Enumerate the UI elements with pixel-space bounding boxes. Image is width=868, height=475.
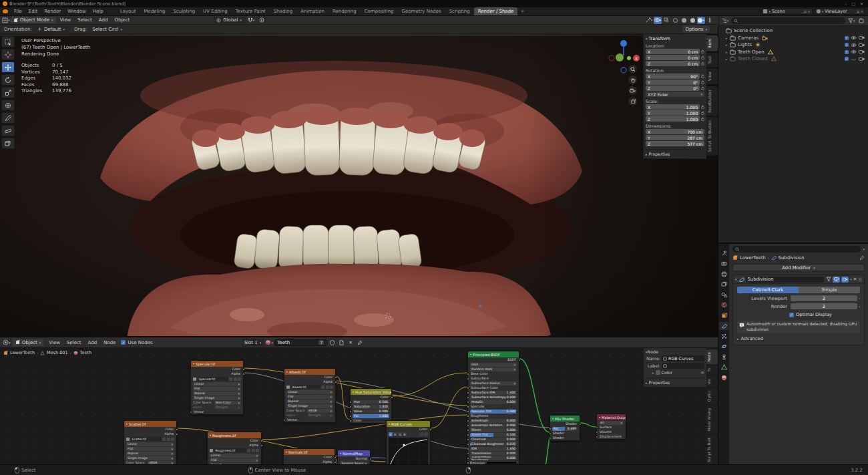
dropdown-non-color[interactable]: Non-Color▾ [214, 401, 241, 405]
properties-tab-scene[interactable] [719, 291, 728, 299]
slider-hue[interactable]: Hue0.500 [353, 400, 389, 404]
dropdown-straight[interactable]: Straight▾ [214, 406, 241, 410]
properties-tab-output[interactable] [719, 270, 728, 278]
image-button[interactable] [256, 449, 259, 452]
shader-type-selector[interactable]: Object ▾ [13, 339, 43, 346]
measure-tool[interactable] [1, 125, 15, 136]
breadcrumb-mesh[interactable]: Mesh.001 [47, 350, 68, 355]
pan-hand-icon[interactable] [628, 75, 637, 84]
node-menu-add[interactable]: Add [85, 340, 101, 345]
curve-tool-button[interactable] [419, 432, 423, 436]
dropdown-single-image[interactable]: Single Image▾ [126, 456, 174, 460]
socket-subsurface-color[interactable]: Subsurface Color [468, 385, 519, 390]
new-collection-icon[interactable] [857, 17, 865, 25]
subdivision-type-catmull-clark[interactable]: Catmull-Clark [737, 287, 799, 293]
properties-tab-tool[interactable] [719, 249, 728, 257]
shading-material-icon[interactable] [688, 17, 696, 24]
outliner-row-teeth-open[interactable]: ▸Teeth Open✓ [718, 49, 868, 56]
dropdown-flat[interactable]: Flat▾ [210, 458, 259, 462]
menu-file[interactable]: File [11, 9, 25, 14]
outliner-search-input[interactable] [731, 17, 845, 24]
workspace-tab-compositing[interactable]: Compositing [361, 7, 398, 15]
node-tab-script-to-butt[interactable]: Script To Butt [706, 435, 718, 465]
node-specular-tif[interactable]: ▾Specular.tifColorAlphaSpecular.tifLinea… [190, 360, 244, 415]
curve-channel-c[interactable]: C [389, 432, 393, 436]
rotation-z-field[interactable]: Z0° [646, 86, 700, 91]
scale-z-field[interactable]: Z1.000 [646, 116, 700, 122]
slider-subsurface-anisotropy[interactable]: Subsurface Anisotropy0.000 [470, 395, 517, 400]
optimal-display-checkbox[interactable]: ✓ [789, 313, 794, 317]
node-label-field[interactable] [662, 363, 704, 369]
use-nodes-checkbox[interactable]: ✓ [121, 340, 126, 345]
xray-toggle-icon[interactable] [662, 17, 670, 24]
socket-alpha[interactable]: Alpha [284, 379, 335, 384]
selectable-checkbox[interactable]: ✓ [845, 50, 849, 54]
socket-alpha[interactable]: Alpha [191, 371, 243, 376]
curve-channel-r[interactable]: R [393, 432, 397, 436]
outliner-row-scene-collection[interactable]: Scene Collection [718, 27, 868, 35]
outliner-row-lights[interactable]: ▸Lights✓ [718, 41, 868, 49]
properties-tab-physics[interactable] [719, 343, 728, 351]
lock-icon[interactable] [701, 61, 704, 65]
menu-edit[interactable]: Edit [25, 9, 41, 14]
sidebar-tab-item[interactable]: Item [706, 35, 718, 51]
lock-icon[interactable] [701, 105, 704, 109]
image-name-field[interactable]: Albedo.tif [291, 385, 320, 389]
node-properties-section[interactable]: ▸Properties [646, 377, 704, 385]
socket-subsurface[interactable]: Subsurface [468, 376, 519, 381]
properties-tab-viewlayer[interactable] [719, 281, 728, 289]
properties-tab-data[interactable] [719, 363, 728, 371]
breadcrumb-object[interactable]: LowerTeeth [10, 350, 35, 355]
sidebar-tab-script-to-button[interactable]: Script To Button [706, 117, 718, 156]
render-visibility-icon[interactable] [859, 49, 865, 54]
outliner-row-cameras[interactable]: ▸Cameras✓ [718, 35, 868, 42]
socket-color[interactable]: Color [124, 427, 176, 432]
dropdown-ggx[interactable]: GGX▾ [470, 363, 517, 367]
rotation-y-field[interactable]: Y0° [646, 80, 700, 85]
dropdown-single-image[interactable]: Single Image▾ [286, 404, 333, 408]
node-rgb-curves[interactable]: ▾RGB CurvesColorCRGB [386, 420, 431, 464]
properties-tab-world[interactable] [719, 301, 728, 309]
socket-surface[interactable]: Surface [597, 425, 626, 430]
lock-icon[interactable] [701, 86, 704, 90]
curve-channel-b[interactable]: B [403, 432, 407, 436]
dropdown-linear[interactable]: Linear▾ [193, 382, 241, 386]
material-users-count[interactable]: 7 [318, 340, 324, 345]
visibility-eye-icon[interactable] [851, 49, 857, 54]
fake-user-shield-icon[interactable] [328, 339, 336, 346]
workspace-tab-layout[interactable]: Layout [116, 7, 140, 15]
workspace-tab-modeling[interactable]: Modeling [140, 7, 170, 15]
socket-color[interactable]: Color [284, 375, 335, 379]
socket-color[interactable]: Color [208, 438, 261, 443]
move-tool[interactable] [1, 61, 15, 73]
visibility-eye-icon[interactable] [851, 43, 857, 47]
maximize-button[interactable]: ▢ [851, 1, 855, 6]
dimension-z-field[interactable]: Z577 cm [646, 141, 704, 146]
snap-magnet-icon[interactable]: ▾ [247, 17, 255, 24]
scale-y-field[interactable]: Y1.000 [646, 110, 700, 116]
unlink-material-icon[interactable]: ✕ [347, 339, 355, 346]
pin-icon[interactable] [859, 255, 865, 261]
socket-specular[interactable]: Specular [468, 404, 519, 409]
node-material-output[interactable]: ▾Material OutputAll▾SurfaceVolumeDisplac… [596, 414, 626, 440]
options-button[interactable]: Options ▾ [682, 25, 710, 33]
lock-icon[interactable] [701, 117, 704, 121]
dropdown-repeat[interactable]: Repeat▾ [210, 463, 259, 465]
transform-tool[interactable] [1, 100, 15, 111]
dropdown-srgb[interactable]: sRGB▾ [307, 409, 333, 413]
socket-alpha[interactable]: Alpha [208, 443, 261, 448]
dimension-y-field[interactable]: Y287 cm [646, 135, 704, 140]
emission-color-swatch[interactable] [486, 461, 517, 464]
selectable-checkbox[interactable]: ✓ [845, 43, 849, 47]
render-value-field[interactable]: 2 [791, 303, 857, 309]
node-scatter-tif[interactable]: ▾Scatter.tifColorAlphaScatter.tifLinear▾… [124, 420, 177, 464]
drag-handle-icon[interactable]: ☰ [859, 277, 862, 282]
viewlayer-selector[interactable]: ▾ ViewLayer ⧉ ✕ [815, 8, 865, 15]
expand-icon[interactable]: ▸ [724, 50, 728, 54]
socket-shader[interactable]: Shader [550, 431, 580, 436]
expand-icon[interactable]: ▸ [724, 36, 728, 40]
properties-section[interactable]: ▸Properties [646, 149, 704, 156]
orientation-selector[interactable]: Global ▾ [214, 17, 244, 23]
image-button[interactable] [229, 377, 232, 381]
image-button[interactable] [326, 385, 329, 389]
